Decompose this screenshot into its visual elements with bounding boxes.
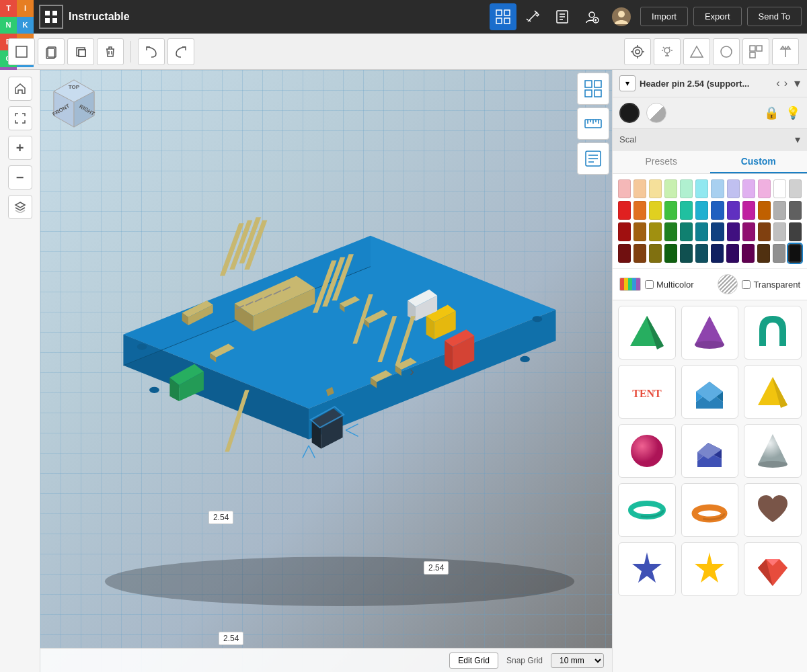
swatch-selected[interactable] [788, 244, 802, 263]
expand-btn[interactable]: ▾ [794, 76, 800, 91]
swatch[interactable] [680, 179, 693, 198]
swatch[interactable] [727, 201, 740, 220]
camera-view-btn[interactable] [624, 38, 651, 65]
swatch[interactable] [664, 179, 677, 198]
swatch[interactable] [680, 222, 693, 241]
swatch[interactable] [711, 222, 724, 241]
swatch[interactable] [711, 179, 724, 198]
shape-blue-star[interactable] [618, 542, 676, 596]
circle-btn[interactable] [713, 38, 740, 65]
scroll-right-arrow[interactable]: › [410, 364, 414, 379]
shape-brown-heart[interactable] [744, 483, 802, 537]
scale-dropdown-arrow[interactable]: ▾ [795, 133, 800, 146]
swatch[interactable] [711, 244, 724, 263]
shape-red-gem[interactable] [744, 542, 802, 596]
shape-green-pyramid[interactable] [618, 306, 676, 360]
shape-teal-arch[interactable] [744, 306, 802, 360]
account-btn[interactable] [578, 3, 605, 30]
swatch[interactable] [773, 201, 786, 220]
swatch[interactable] [757, 244, 770, 263]
shape-text-tent[interactable]: TENT [618, 365, 676, 419]
shape-indigo-box[interactable] [681, 424, 739, 478]
swatch[interactable] [758, 201, 771, 220]
redo-btn[interactable] [167, 38, 194, 65]
swatch[interactable] [742, 179, 755, 198]
swatch[interactable] [633, 222, 646, 241]
duplicate-btn[interactable] [67, 38, 94, 65]
swatch[interactable] [695, 222, 708, 241]
swatch[interactable] [633, 179, 646, 198]
new-btn[interactable] [8, 38, 35, 65]
shape-purple-cone[interactable] [681, 306, 739, 360]
undo-btn[interactable] [138, 38, 165, 65]
swatch[interactable] [695, 244, 708, 263]
shape-blue-box[interactable] [681, 365, 739, 419]
files-btn[interactable] [549, 3, 576, 30]
zoom-in-btn[interactable]: + [8, 136, 32, 160]
layers-btn[interactable] [8, 195, 32, 219]
swatch[interactable] [758, 222, 771, 241]
swatch[interactable] [758, 179, 771, 198]
ruler-btn[interactable] [577, 108, 609, 140]
swatch[interactable] [649, 244, 662, 263]
swatch[interactable] [664, 244, 677, 263]
zoom-out-btn[interactable]: − [8, 165, 32, 190]
swatch[interactable] [618, 244, 631, 263]
snap-grid-select[interactable]: 10 mm 5 mm 1 mm 0.5 mm [551, 653, 604, 668]
bulb-icon[interactable]: 💡 [785, 106, 800, 120]
import-btn[interactable]: Import [640, 7, 688, 26]
swatch[interactable] [727, 179, 740, 198]
swatch[interactable] [618, 222, 631, 241]
lock-icon[interactable]: 🔒 [764, 106, 779, 120]
tab-custom[interactable]: Custom [710, 151, 808, 173]
tab-presets[interactable]: Presets [613, 151, 710, 173]
swatch[interactable] [695, 179, 708, 198]
multicolor-checkbox[interactable] [645, 280, 654, 289]
swatch[interactable] [680, 201, 693, 220]
swatch[interactable] [695, 201, 708, 220]
tools-btn[interactable] [519, 3, 546, 30]
swatch[interactable] [618, 179, 631, 198]
fit-btn[interactable] [8, 106, 32, 130]
shape-yellow-star[interactable] [681, 542, 739, 596]
component-dropdown-btn[interactable]: ▾ [619, 75, 636, 91]
mirror-btn[interactable] [772, 38, 799, 65]
swatch[interactable] [711, 201, 724, 220]
send-to-btn[interactable]: Send To [747, 7, 802, 26]
grid-view-icon[interactable] [39, 5, 63, 29]
swatch[interactable] [649, 179, 662, 198]
swatch[interactable] [727, 222, 740, 241]
multicolor-checkbox-label[interactable]: Multicolor [645, 280, 694, 290]
swatch[interactable] [742, 244, 755, 263]
transparent-checkbox-label[interactable]: Transparent [742, 280, 800, 290]
export-btn[interactable]: Export [693, 7, 742, 26]
swatch[interactable] [633, 244, 646, 263]
arrange-btn[interactable] [742, 38, 769, 65]
shape-yellow-pyramid[interactable] [744, 365, 802, 419]
swatch-lightgray[interactable] [789, 179, 802, 198]
viewport[interactable]: TOP FRONT RIGHT [40, 70, 612, 672]
shape-btn[interactable] [683, 38, 710, 65]
shape-teal-torus[interactable] [618, 483, 676, 537]
swatch[interactable] [789, 222, 802, 241]
swatch[interactable] [742, 222, 755, 241]
swatch[interactable] [649, 222, 662, 241]
shape-pink-sphere[interactable] [618, 424, 676, 478]
avatar-btn[interactable] [608, 3, 635, 30]
component-next-arrow[interactable]: › [784, 77, 787, 89]
swatch[interactable] [773, 222, 786, 241]
notes-btn[interactable] [577, 142, 609, 175]
light-btn[interactable] [654, 38, 681, 65]
swatch[interactable] [742, 201, 755, 220]
color-gradient[interactable] [646, 103, 666, 123]
home-btn[interactable] [8, 77, 32, 101]
swatch[interactable] [618, 201, 631, 220]
swatch[interactable] [789, 201, 802, 220]
grid-helper-btn[interactable] [577, 73, 609, 105]
swatch[interactable] [633, 201, 646, 220]
swatch-white[interactable] [773, 179, 786, 198]
shape-gray-cone[interactable] [744, 424, 802, 478]
swatch[interactable] [664, 222, 677, 241]
grid-btn[interactable] [490, 3, 516, 30]
transparent-checkbox[interactable] [742, 280, 751, 289]
